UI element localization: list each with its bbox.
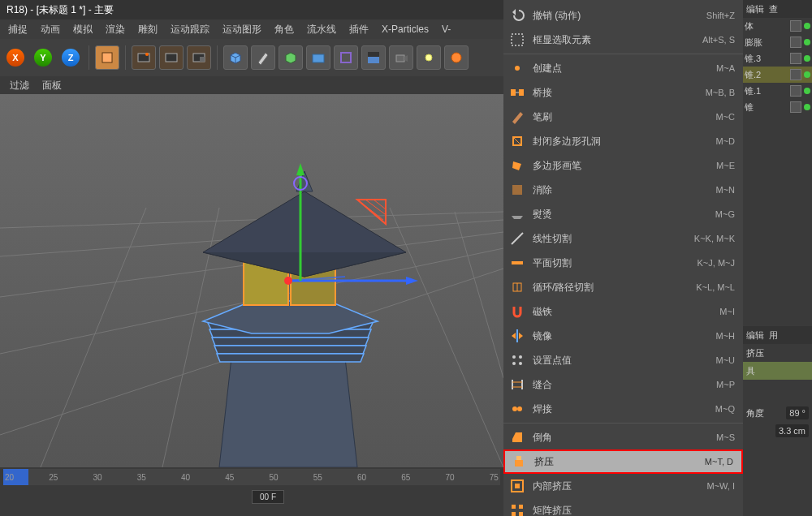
generator-icon[interactable] [306,45,330,70]
menu-render[interactable]: 渲染 [99,19,132,40]
svg-rect-8 [368,57,379,63]
context-item-多边形画笔[interactable]: 多边形画笔M~E [503,153,743,178]
enable-dot[interactable] [804,71,810,78]
visibility-check[interactable] [790,85,801,97]
render-settings-icon[interactable] [187,45,211,70]
edit-tab[interactable]: 编辑 [746,3,764,15]
submenu-filter[interactable]: 过滤 [3,75,36,96]
menu-pipeline[interactable]: 流水线 [300,19,343,40]
view-tab[interactable]: 查 [769,3,778,15]
svg-rect-59 [512,505,516,509]
object-row[interactable]: 锥.2 [743,67,812,83]
menu-mograph[interactable]: 运动图形 [216,19,268,40]
object-row[interactable]: 锥 [743,99,812,115]
param-value[interactable]: 3.3 cm [775,424,809,437]
menu-animation[interactable]: 动画 [34,19,67,40]
context-item-镜像[interactable]: 镜像M~H [503,324,743,348]
render-icon[interactable] [132,45,156,70]
svg-line-38 [513,137,521,145]
enable-dot[interactable] [804,55,810,62]
timeline-ruler[interactable]: 20 25 30 35 40 45 50 55 60 65 70 75 [3,469,500,485]
context-item-撤销 (动作)[interactable]: 撤销 (动作)Shift+Z [503,3,743,28]
timeline: 20 25 30 35 40 45 50 55 60 65 70 75 [0,467,503,516]
visibility-check[interactable] [790,101,801,113]
context-item-创建点[interactable]: 创建点M~A [503,56,743,80]
param-angle: 角度 89 ° [743,404,812,422]
menu-v[interactable]: V- [435,20,457,38]
context-item-挤压[interactable]: 挤压M~T, D [503,449,743,474]
light-icon[interactable] [417,45,441,70]
sphere-icon[interactable] [444,45,469,70]
environment-icon[interactable] [361,45,386,70]
context-shortcut: M~I [719,307,735,316]
enable-dot[interactable] [804,23,810,29]
attr-user-tab[interactable]: 用 [769,329,778,342]
context-item-倒角[interactable]: 倒角M~S [503,425,743,449]
menu-xparticles[interactable]: X-Particles [375,20,435,38]
enable-dot[interactable] [804,88,810,94]
context-item-熨烫[interactable]: 熨烫M~G [503,202,743,226]
frame-input[interactable] [252,490,284,504]
visibility-check[interactable] [790,69,801,80]
context-item-缝合[interactable]: 缝合M~P [503,372,743,397]
deformer-icon[interactable] [334,45,358,70]
menu-sculpt[interactable]: 雕刻 [132,19,164,40]
context-label: 框显选取元素 [533,33,702,47]
object-row[interactable]: 锥.1 [743,83,812,99]
context-item-封闭多边形孔洞[interactable]: 封闭多边形孔洞M~D [503,129,743,153]
cube-tool-icon[interactable] [95,45,119,70]
object-row[interactable]: 锥.3 [743,50,812,67]
svg-rect-36 [519,89,524,96]
svg-rect-39 [512,185,522,195]
nurbs-icon[interactable] [279,45,303,70]
context-item-内部挤压[interactable]: 内部挤压M~W, I [503,474,743,498]
submenu-panel[interactable]: 面板 [36,75,68,96]
extrude-icon [508,453,529,471]
attr-tool-tab[interactable]: 具 [743,362,812,380]
primitive-cube-icon[interactable] [223,45,248,70]
spline-pen-icon[interactable] [251,45,275,70]
context-item-笔刷[interactable]: 笔刷M~C [503,105,743,129]
visibility-check[interactable] [790,53,801,64]
camera-icon[interactable] [389,45,413,70]
context-item-焊接[interactable]: 焊接M~Q [503,397,743,421]
axis-x-icon[interactable]: X [3,45,28,70]
context-item-平面切割[interactable]: 平面切割K~J, M~J [503,251,743,275]
menu-plugins[interactable]: 插件 [343,19,375,40]
context-shortcut: M~P [716,380,735,389]
param-value[interactable]: 89 ° [786,406,809,419]
context-item-矩阵挤压[interactable]: 矩阵挤压 [503,498,743,516]
context-shortcut: M~H [715,331,735,341]
axis-z-icon[interactable]: Z [58,45,83,70]
svg-point-11 [425,54,432,61]
frame-icon [507,31,528,49]
menu-character[interactable]: 角色 [268,19,300,40]
render-region-icon[interactable] [159,45,184,70]
context-item-线性切割[interactable]: 线性切割K~K, M~K [503,226,743,251]
object-row[interactable]: 体 [743,18,812,34]
axis-y-icon[interactable]: Y [31,45,55,70]
viewport[interactable] [0,94,503,467]
enable-dot[interactable] [804,104,810,110]
enable-dot[interactable] [804,39,810,45]
object-row[interactable]: 膨胀 [743,34,812,50]
visibility-check[interactable] [790,20,801,32]
attr-edit-tab[interactable]: 编辑 [746,329,764,342]
context-item-桥接[interactable]: 桥接M~B, B [503,80,743,105]
context-item-消除[interactable]: 消除M~N [503,178,743,202]
svg-point-54 [517,406,522,411]
context-item-循环/路径切割[interactable]: 循环/路径切割K~L, M~L [503,275,743,299]
context-label: 镜像 [533,329,715,343]
menu-capture[interactable]: 捕捉 [2,19,34,40]
time-mark: 70 [446,473,455,482]
magnet-icon [507,303,528,320]
svg-point-12 [451,53,461,62]
svg-line-21 [390,208,503,467]
context-item-框显选取元素[interactable]: 框显选取元素Alt+S, S [503,28,743,52]
menu-simulation[interactable]: 模拟 [67,19,99,40]
menu-tracking[interactable]: 运动跟踪 [164,19,216,40]
right-panel: 编辑 查 体膨胀锥.3锥.2锥.1锥 编辑 用 挤压 具 角度 89 ° 3.3… [743,0,812,516]
context-item-设置点值[interactable]: 设置点值M~U [503,348,743,372]
visibility-check[interactable] [790,37,801,48]
context-item-磁铁[interactable]: 磁铁M~I [503,299,743,324]
